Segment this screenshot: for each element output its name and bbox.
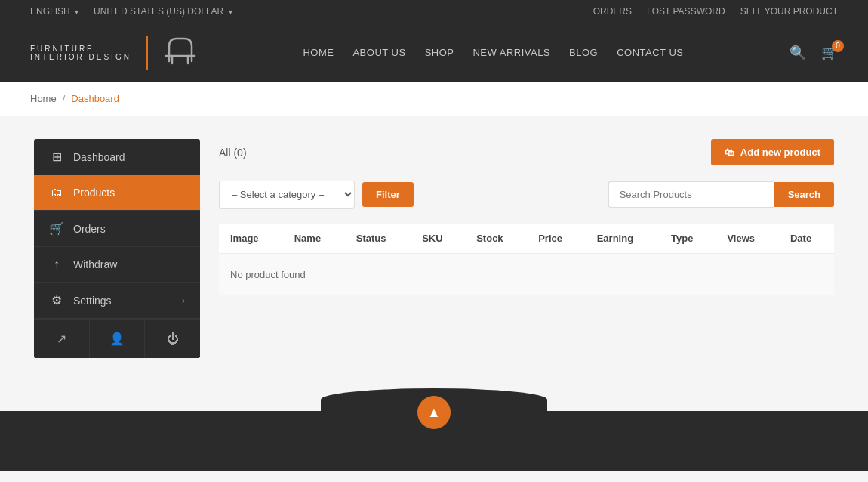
logo-text-block: FURNITURE INTERIOR DESIGN xyxy=(30,45,131,61)
cart-button[interactable]: 🛒 0 xyxy=(821,45,838,61)
scroll-top-button[interactable]: ▲ xyxy=(417,396,451,429)
col-date: Date xyxy=(779,224,834,254)
content-header: All (0) 🛍 Add new product xyxy=(219,139,834,165)
products-table: Image Name Status SKU Stock Price Earnin… xyxy=(219,224,834,295)
category-dropdown[interactable]: – Select a category – xyxy=(219,181,355,209)
logo-name: FURNITURE INTERIOR DESIGN xyxy=(30,45,131,61)
empty-row: No product found xyxy=(219,254,834,296)
top-bar: ENGLISH ▾ UNITED STATES (US) DOLLAR ▾ OR… xyxy=(0,0,868,23)
settings-chevron-icon: › xyxy=(182,295,185,306)
breadcrumb-bar: Home / Dashboard xyxy=(0,82,868,116)
table-header: Image Name Status SKU Stock Price Earnin… xyxy=(219,224,834,254)
table-body: No product found xyxy=(219,254,834,296)
settings-icon: ⚙ xyxy=(49,293,64,307)
header: FURNITURE INTERIOR DESIGN HOME ABOUT US … xyxy=(0,23,868,82)
main-content: ⊞ Dashboard 🗂 Products 🛒 Orders ↑ Withdr… xyxy=(19,139,849,358)
sidebar: ⊞ Dashboard 🗂 Products 🛒 Orders ↑ Withdr… xyxy=(34,139,200,358)
cart-badge: 0 xyxy=(832,40,844,52)
products-icon: 🗂 xyxy=(49,186,64,199)
nav-home[interactable]: HOME xyxy=(303,47,334,58)
dashboard-icon: ⊞ xyxy=(49,150,64,164)
sidebar-label-orders: Orders xyxy=(73,223,106,235)
product-count-label: All (0) xyxy=(219,147,247,159)
sidebar-item-dashboard[interactable]: ⊞ Dashboard xyxy=(34,139,200,175)
sidebar-item-withdraw[interactable]: ↑ Withdraw xyxy=(34,247,200,283)
header-search-button[interactable]: 🔍 xyxy=(790,45,806,61)
filter-bar: – Select a category – Filter Search xyxy=(219,181,834,209)
logo-chair-icon xyxy=(163,35,197,70)
nav-shop[interactable]: SHOP xyxy=(425,47,454,58)
user-icon: 👤 xyxy=(109,332,125,345)
col-type: Type xyxy=(660,224,716,254)
col-views: Views xyxy=(716,224,779,254)
logo: FURNITURE INTERIOR DESIGN xyxy=(30,35,197,70)
language-selector[interactable]: ENGLISH ▾ xyxy=(30,6,78,17)
col-earning: Earning xyxy=(586,224,660,254)
language-dropdown-arrow: ▾ xyxy=(75,8,78,16)
sidebar-label-settings: Settings xyxy=(73,295,112,307)
sidebar-item-products[interactable]: 🗂 Products xyxy=(34,175,200,211)
top-bar-right: ORDERS LOST PASSWORD SELL YOUR PRODUCT xyxy=(593,6,838,17)
add-product-button[interactable]: 🛍 Add new product xyxy=(711,139,834,165)
scroll-top-icon: ▲ xyxy=(427,405,441,421)
col-price: Price xyxy=(527,224,586,254)
external-link-icon: ↗ xyxy=(57,332,66,345)
nav-about[interactable]: ABOUT US xyxy=(352,47,405,58)
breadcrumb-current: Dashboard xyxy=(71,93,119,104)
power-icon: ⏻ xyxy=(167,332,179,345)
col-sku: SKU xyxy=(411,224,465,254)
search-button[interactable]: Search xyxy=(774,182,834,207)
col-status: Status xyxy=(345,224,411,254)
empty-message: No product found xyxy=(219,254,834,296)
breadcrumb-home[interactable]: Home xyxy=(30,93,57,104)
content-area: All (0) 🛍 Add new product – Select a cat… xyxy=(219,139,834,358)
sidebar-external-button[interactable]: ↗ xyxy=(34,320,90,358)
sidebar-label-dashboard: Dashboard xyxy=(73,151,125,163)
nav-contact[interactable]: CONTACT US xyxy=(617,47,683,58)
search-input[interactable] xyxy=(608,181,774,208)
breadcrumb-separator: / xyxy=(63,93,66,104)
footer-wrapper: ▲ xyxy=(0,388,868,471)
orders-link[interactable]: ORDERS xyxy=(593,6,632,17)
currency-selector[interactable]: UNITED STATES (US) DOLLAR ▾ xyxy=(94,6,232,17)
col-stock: Stock xyxy=(465,224,527,254)
sidebar-user-button[interactable]: 👤 xyxy=(90,320,146,358)
sell-link[interactable]: SELL YOUR PRODUCT xyxy=(740,6,838,17)
table-header-row: Image Name Status SKU Stock Price Earnin… xyxy=(219,224,834,254)
nav-new-arrivals[interactable]: NEW ARRIVALS xyxy=(472,47,550,58)
plus-icon: 🛍 xyxy=(725,147,734,158)
sidebar-label-withdraw: Withdraw xyxy=(73,258,117,270)
currency-dropdown-arrow: ▾ xyxy=(229,8,232,16)
nav-blog[interactable]: BLOG xyxy=(569,47,598,58)
sidebar-bottom: ↗ 👤 ⏻ xyxy=(34,319,200,358)
header-icons: 🔍 🛒 0 xyxy=(790,45,838,61)
col-image: Image xyxy=(219,224,283,254)
orders-icon: 🛒 xyxy=(49,221,64,236)
sidebar-logout-button[interactable]: ⏻ xyxy=(145,320,200,358)
sidebar-item-orders[interactable]: 🛒 Orders xyxy=(34,211,200,247)
footer: ▲ xyxy=(0,411,868,471)
sidebar-label-products: Products xyxy=(73,187,115,199)
logo-divider xyxy=(146,36,148,70)
sidebar-item-settings[interactable]: ⚙ Settings › xyxy=(34,283,200,319)
withdraw-icon: ↑ xyxy=(49,258,64,271)
search-section: Search xyxy=(608,181,834,208)
lost-password-link[interactable]: LOST PASSWORD xyxy=(647,6,725,17)
filter-left: – Select a category – Filter xyxy=(219,181,414,209)
breadcrumb: Home / Dashboard xyxy=(30,93,838,104)
main-nav: HOME ABOUT US SHOP NEW ARRIVALS BLOG CON… xyxy=(303,47,683,58)
top-bar-left: ENGLISH ▾ UNITED STATES (US) DOLLAR ▾ xyxy=(30,6,232,17)
col-name: Name xyxy=(283,224,345,254)
filter-button[interactable]: Filter xyxy=(362,182,414,207)
